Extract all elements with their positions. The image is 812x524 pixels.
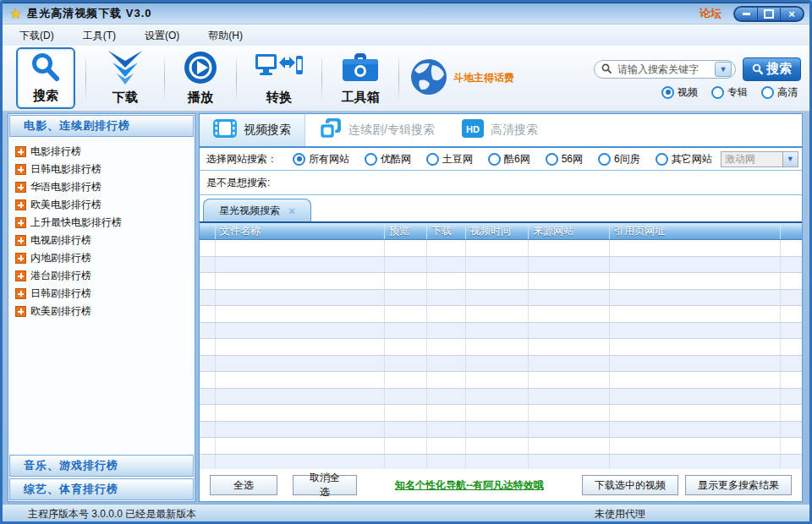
- expand-plus-icon[interactable]: [15, 199, 26, 210]
- table-row[interactable]: [200, 240, 802, 257]
- table-row[interactable]: [200, 306, 802, 323]
- rank-item[interactable]: 日韩电影排行榜: [15, 161, 195, 178]
- menu-item[interactable]: 设置(O): [136, 26, 188, 46]
- menu-item[interactable]: 帮助(H): [200, 26, 251, 46]
- rank-item[interactable]: 内地剧排行榜: [15, 249, 195, 267]
- column-header-download[interactable]: 下载: [426, 223, 465, 239]
- expand-plus-icon[interactable]: [15, 146, 26, 157]
- table-body[interactable]: [200, 240, 802, 469]
- site-option[interactable]: 酷6网: [488, 152, 530, 166]
- deselect-all-button[interactable]: 取消全选: [293, 475, 357, 495]
- tab-hd-search[interactable]: HD 高清搜索: [448, 114, 551, 146]
- download-selected-button[interactable]: 下载选中的视频: [582, 475, 678, 495]
- other-site-dropdown[interactable]: 激动网 ▼: [721, 151, 798, 167]
- rank-item[interactable]: 电视剧排行榜: [15, 232, 195, 249]
- column-header-referrer-url[interactable]: 引用页网址: [609, 223, 780, 239]
- result-tab[interactable]: 星光视频搜索 ×: [203, 199, 311, 221]
- keyword-input[interactable]: [616, 63, 715, 76]
- site-option[interactable]: 所有网站: [293, 152, 349, 166]
- menu-item[interactable]: 工具(T): [74, 26, 124, 46]
- minimize-icon: [743, 13, 750, 15]
- site-option[interactable]: 土豆网: [426, 152, 473, 166]
- table-cell: [465, 356, 528, 372]
- column-header-duration[interactable]: 视频时间: [465, 223, 528, 239]
- toolbar-download-button[interactable]: 下载: [96, 49, 154, 107]
- tab-series-search[interactable]: 连续剧/专辑搜索: [305, 114, 448, 146]
- select-all-button[interactable]: 全选: [210, 475, 277, 495]
- scope-option[interactable]: 视频: [661, 85, 698, 100]
- sidebar-section-movies[interactable]: 电影、连续剧排行榜: [9, 115, 194, 137]
- table-cell: [528, 257, 609, 273]
- table-cell: [528, 306, 609, 322]
- toolbar-search-button[interactable]: 搜索: [16, 47, 75, 109]
- download-chevrons-icon: [105, 51, 145, 88]
- rank-item[interactable]: 上升最快电影排行榜: [15, 214, 195, 232]
- column-header-source-site[interactable]: 来源网站: [528, 223, 609, 239]
- table-row[interactable]: [200, 438, 802, 455]
- rank-item[interactable]: 华语电影排行榜: [15, 178, 195, 196]
- scope-option[interactable]: 专辑: [711, 85, 748, 100]
- radio-icon: [365, 153, 377, 166]
- table-cell: [609, 455, 780, 470]
- table-row[interactable]: [200, 323, 802, 340]
- toolbar-play-button[interactable]: 播放: [175, 49, 226, 107]
- expand-plus-icon[interactable]: [15, 270, 26, 281]
- radio-icon: [293, 153, 305, 166]
- maximize-button[interactable]: [757, 8, 780, 20]
- table-row[interactable]: [200, 389, 802, 406]
- menu-item[interactable]: 下载(D): [11, 26, 63, 46]
- forum-link[interactable]: 论坛: [700, 6, 721, 21]
- tab-video-search[interactable]: 视频搜索: [200, 114, 305, 146]
- table-row[interactable]: [200, 372, 802, 389]
- toolbar-convert-button[interactable]: 转换: [247, 49, 311, 107]
- table-row[interactable]: [200, 257, 802, 274]
- rank-item[interactable]: 电影排行榜: [15, 143, 195, 161]
- table-row[interactable]: [200, 455, 802, 470]
- column-header-preview[interactable]: 预览: [384, 223, 426, 239]
- table-row[interactable]: [200, 405, 802, 422]
- table-cell: [215, 455, 384, 470]
- table-cell: [426, 257, 465, 273]
- result-tab-close-icon[interactable]: ×: [288, 205, 295, 217]
- toolbar-toolbox-button[interactable]: 工具箱: [332, 49, 388, 107]
- scope-option[interactable]: 高清: [761, 85, 798, 100]
- expand-plus-icon[interactable]: [15, 306, 26, 317]
- expand-plus-icon[interactable]: [15, 182, 26, 193]
- table-row[interactable]: [200, 339, 802, 356]
- keyword-history-dropdown[interactable]: ▼: [715, 62, 732, 77]
- nav-promo-link[interactable]: 知名个性化导航--有阿凡达特效哦: [395, 478, 544, 493]
- table-row[interactable]: [200, 356, 802, 373]
- site-option[interactable]: 56网: [546, 152, 583, 166]
- table-cell: [528, 273, 609, 289]
- show-more-results-button[interactable]: 显示更多搜索结果: [685, 475, 792, 495]
- promo-banner[interactable]: 斗地主得话费: [409, 57, 514, 100]
- expand-plus-icon[interactable]: [15, 164, 26, 175]
- sidebar-section-music[interactable]: 音乐、游戏排行榜: [9, 455, 194, 477]
- site-option[interactable]: 6间房: [598, 152, 640, 166]
- expand-plus-icon[interactable]: [15, 217, 26, 228]
- rank-item[interactable]: 欧美剧排行榜: [15, 303, 195, 320]
- close-button[interactable]: ×: [780, 8, 803, 20]
- table-cell: [200, 438, 215, 454]
- rank-item[interactable]: 日韩剧排行榜: [15, 285, 195, 303]
- table-cell: [609, 306, 780, 322]
- rank-item[interactable]: 港台剧排行榜: [15, 267, 195, 285]
- minimize-button[interactable]: [735, 8, 757, 20]
- column-header-filename[interactable]: 文件名称: [215, 223, 384, 239]
- rank-item[interactable]: 欧美电影排行榜: [15, 196, 195, 214]
- table-cell: [609, 438, 780, 454]
- content-panel: 视频搜索 连续剧/专辑搜索 HD 高清搜索 选择网站搜索： 所有网站优酷网土豆网…: [199, 113, 803, 502]
- table-row[interactable]: [200, 290, 802, 307]
- expand-plus-icon[interactable]: [15, 253, 26, 264]
- table-cell: [609, 290, 780, 306]
- radio-icon: [598, 153, 611, 166]
- table-row[interactable]: [200, 422, 802, 439]
- sidebar-section-variety[interactable]: 综艺、体育排行榜: [9, 478, 194, 500]
- site-option[interactable]: 优酷网: [365, 152, 411, 166]
- site-option[interactable]: 其它网站: [656, 152, 712, 166]
- search-go-button[interactable]: 搜索: [743, 57, 801, 81]
- expand-plus-icon[interactable]: [15, 288, 26, 299]
- expand-plus-icon[interactable]: [15, 235, 26, 246]
- table-row[interactable]: [200, 273, 802, 290]
- toolbar-separator: [398, 58, 399, 99]
